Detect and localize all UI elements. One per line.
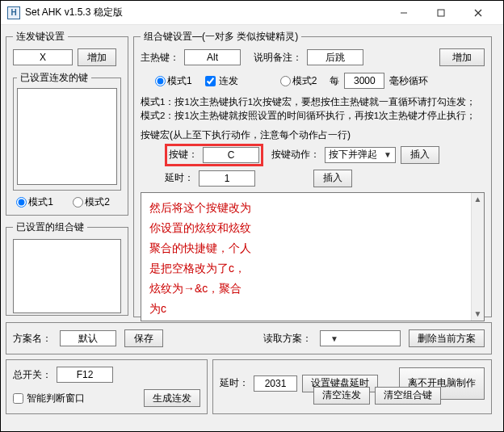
chevron-down-icon: ▼ <box>384 150 392 159</box>
main-hotkey-input[interactable] <box>184 49 241 65</box>
repeat-mode1-label: 模式1 <box>28 195 53 209</box>
desc-input[interactable] <box>307 49 363 65</box>
combo-mode1-radio[interactable]: 模式1 <box>155 74 192 88</box>
action-dropdown[interactable]: 按下并弹起 ▼ <box>325 147 396 163</box>
scheme-name-input[interactable] <box>60 330 116 346</box>
right-column: 组合键设置—(一对多 类似按键精灵) 主热键： 说明备注： 增加 模式1 <box>133 30 492 317</box>
smart-window-checkbox-input[interactable] <box>13 393 23 404</box>
repeat-mode2-label: 模式2 <box>85 195 110 209</box>
maximize-button[interactable] <box>422 1 460 25</box>
smart-window-checkbox[interactable]: 智能判断窗口 <box>13 392 85 405</box>
combo-mode1-radio-input[interactable] <box>155 76 166 86</box>
mode-explain-text: 模式1：按1次主热键执行1次按键宏，要想按住主热键就一直循环请打勾连发； 模式2… <box>141 95 485 124</box>
app-icon: H <box>7 6 20 19</box>
macro-delay-label: 延时： <box>165 171 194 185</box>
save-scheme-button[interactable]: 保存 <box>124 329 163 347</box>
client-area: 连发键设置 增加 已设置连发的键 模式1 模式2 <box>1 25 503 431</box>
configured-repeat-keys-group: 已设置连发的键 <box>13 71 121 191</box>
svg-rect-1 <box>438 10 444 16</box>
minimize-icon <box>400 9 408 17</box>
scheme-name-label: 方案名： <box>13 332 52 346</box>
repeat-mode2-radio[interactable]: 模式2 <box>73 195 110 209</box>
titlebar: H Set AHK v1.5.3 稳定版 <box>1 1 503 25</box>
close-button[interactable] <box>460 1 497 25</box>
combo-mode1-label: 模式1 <box>167 74 192 88</box>
generate-repeat-button[interactable]: 生成连发 <box>144 389 200 407</box>
app-window: H Set AHK v1.5.3 稳定版 连发键设置 增加 已设置连发的键 <box>0 0 504 432</box>
bottom-left-box: 总开关： 智能判断窗口 生成连发 <box>6 359 208 414</box>
configured-combo-legend: 已设置的组合键 <box>13 220 87 234</box>
window-title: Set AHK v1.5.3 稳定版 <box>25 6 123 19</box>
macro-header-label: 按键宏(从上至下执行动作，注意每个动作占一行) <box>141 128 351 142</box>
combo-mode2-radio-input[interactable] <box>280 76 291 86</box>
repeat-keys-listbox[interactable] <box>17 88 117 185</box>
master-switch-label: 总开关： <box>13 368 52 382</box>
load-scheme-dropdown[interactable]: ▼ <box>320 330 401 346</box>
key-highlight-box: 按键： <box>165 144 263 166</box>
master-switch-input[interactable] <box>57 367 113 383</box>
main-hotkey-label: 主热键： <box>141 51 179 65</box>
desc-label: 说明备注： <box>254 51 302 65</box>
insert-delay-button[interactable]: 插入 <box>313 170 352 187</box>
repeat-mode1-radio[interactable]: 模式1 <box>16 195 53 209</box>
load-scheme-label: 读取方案： <box>263 332 312 346</box>
close-icon <box>474 9 482 17</box>
configured-repeat-keys-legend: 已设置连发的键 <box>17 71 91 85</box>
combo-listbox[interactable] <box>13 239 121 313</box>
combo-settings-legend: 组合键设置—(一对多 类似按键精灵) <box>141 30 301 44</box>
bottom-right-box: 延时： 设置键盘延时 离不开电脑制作 清空连发 清空组合键 <box>212 359 492 414</box>
scroll-up-icon[interactable]: ▲ <box>472 193 484 206</box>
chevron-down-icon: ▼ <box>330 334 338 343</box>
textarea-scrollbar[interactable]: ▲ ▼ <box>471 193 484 321</box>
minimize-button[interactable] <box>385 1 422 25</box>
macro-textarea[interactable]: 然后将这个按键改为 你设置的炫纹和炫纹 聚合的快捷键，个人 是把空格改为了c， … <box>141 192 485 321</box>
repeat-checkbox-input[interactable] <box>205 76 216 86</box>
scroll-down-icon[interactable]: ▼ <box>472 308 484 321</box>
repeat-add-button[interactable]: 增加 <box>78 48 116 66</box>
every-unit-label: 毫秒循环 <box>389 74 428 88</box>
repeat-checkbox-label: 连发 <box>219 74 238 88</box>
delete-scheme-button[interactable]: 删除当前方案 <box>409 329 485 347</box>
repeat-key-group: 连发键设置 增加 已设置连发的键 模式1 模式2 <box>6 30 128 216</box>
key-input[interactable] <box>203 147 259 163</box>
action-label: 按键动作： <box>271 148 320 161</box>
insert-key-button[interactable]: 插入 <box>401 146 439 164</box>
every-label: 每 <box>330 74 339 88</box>
combo-mode2-label: 模式2 <box>292 74 317 88</box>
macro-delay-input[interactable] <box>199 170 255 187</box>
repeat-mode1-radio-input[interactable] <box>16 197 27 208</box>
every-input[interactable] <box>344 73 384 89</box>
left-column: 连发键设置 增加 已设置连发的键 模式1 模式2 <box>6 30 128 317</box>
combo-add-button[interactable]: 增加 <box>439 48 485 66</box>
combo-mode2-radio[interactable]: 模式2 <box>280 74 317 88</box>
clear-repeat-button[interactable]: 清空连发 <box>313 387 370 405</box>
repeat-checkbox[interactable]: 连发 <box>205 74 238 88</box>
combo-settings-group: 组合键设置—(一对多 类似按键精灵) 主热键： 说明备注： 增加 模式1 <box>133 30 492 317</box>
repeat-mode2-radio-input[interactable] <box>73 197 83 208</box>
key-label: 按键： <box>169 148 198 161</box>
repeat-key-legend: 连发键设置 <box>13 30 68 44</box>
maximize-icon <box>437 9 445 17</box>
smart-window-label: 智能判断窗口 <box>27 392 85 405</box>
clear-combo-button[interactable]: 清空组合键 <box>375 387 441 405</box>
configured-combo-group: 已设置的组合键 <box>6 220 128 316</box>
repeat-hotkey-input[interactable] <box>13 49 73 65</box>
action-dropdown-value: 按下并弹起 <box>329 148 377 161</box>
